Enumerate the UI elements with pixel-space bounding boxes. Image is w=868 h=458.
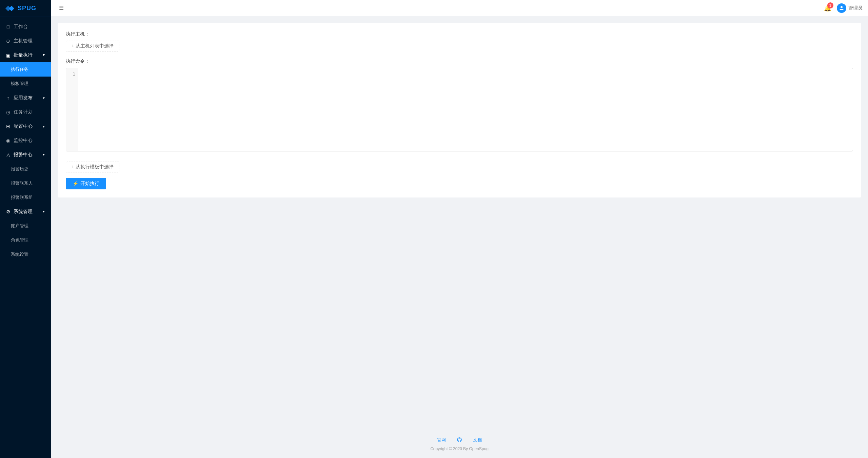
workbench-icon: □ <box>5 24 11 29</box>
sidebar-item-role-mgmt[interactable]: 角色管理 <box>0 233 51 247</box>
sidebar-item-alert-history-label: 报警历史 <box>11 166 28 172</box>
sidebar-item-alert-contact[interactable]: 报警联系人 <box>0 176 51 190</box>
command-textarea[interactable] <box>78 68 853 151</box>
sidebar-item-exec-task-label: 执行任务 <box>11 66 28 72</box>
header: ☰ 🔔 3 管理员 <box>51 0 868 16</box>
line-numbers: 1 <box>66 68 78 151</box>
sidebar-item-system-settings[interactable]: 系统设置 <box>0 247 51 262</box>
github-icon <box>457 437 462 442</box>
notification-badge: 3 <box>827 2 833 8</box>
sidebar-item-system-label: 系统管理 <box>14 209 33 215</box>
task-plan-icon: ◷ <box>5 109 11 115</box>
sidebar-item-config-center[interactable]: ⊞ 配置中心 ▼ <box>0 119 51 133</box>
sidebar: SPUG □ 工作台 ⊙ 主机管理 ▣ 批量执行 ▲ 执行任务 模板 <box>0 0 51 458</box>
sidebar-item-workbench[interactable]: □ 工作台 <box>0 20 51 34</box>
content-card: 执行主机： + 从主机列表中选择 执行命令： 1 <box>58 23 861 197</box>
host-section: 执行主机： + 从主机列表中选择 <box>66 31 853 51</box>
sidebar-item-alert-label: 报警中心 <box>14 152 33 158</box>
sidebar-item-host-mgmt[interactable]: ⊙ 主机管理 <box>0 34 51 48</box>
alert-center-arrow: ▲ <box>42 153 45 157</box>
footer-copyright: Copyright © 2020 By OpenSpug <box>51 446 868 451</box>
sidebar-item-template-mgmt[interactable]: 模板管理 <box>0 77 51 91</box>
config-center-arrow: ▼ <box>42 125 45 128</box>
sidebar-item-batch-exec[interactable]: ▣ 批量执行 ▲ <box>0 48 51 62</box>
sidebar-item-monitor-label: 监控中心 <box>14 138 33 144</box>
footer-link-github[interactable] <box>457 437 462 443</box>
sidebar-item-template-label: 模板管理 <box>11 81 28 87</box>
svg-point-0 <box>841 6 843 8</box>
main-content: 执行主机： + 从主机列表中选择 执行命令： 1 <box>51 16 868 458</box>
menu-toggle-icon[interactable]: ☰ <box>56 3 66 13</box>
sidebar-item-alert-center[interactable]: △ 报警中心 ▲ <box>0 148 51 162</box>
config-center-icon: ⊞ <box>5 124 11 129</box>
sidebar-item-settings-label: 系统设置 <box>11 251 28 257</box>
footer: 官网 文档 Copyright © 2020 By OpenSpug <box>51 427 868 458</box>
user-name: 管理员 <box>848 5 863 11</box>
sidebar-item-role-label: 角色管理 <box>11 237 28 243</box>
sidebar-item-app-deploy[interactable]: ↑ 应用发布 ▼ <box>0 91 51 105</box>
command-editor: 1 <box>66 68 853 151</box>
system-mgmt-icon: ⚙ <box>5 209 11 214</box>
execute-button-label: 开始执行 <box>80 181 99 187</box>
user-avatar <box>837 3 846 13</box>
sidebar-item-alert-contact-label: 报警联系人 <box>11 180 33 186</box>
sidebar-item-task-plan-label: 任务计划 <box>14 109 33 115</box>
host-label: 执行主机： <box>66 31 853 37</box>
app-deploy-icon: ↑ <box>5 95 11 101</box>
command-label: 执行命令： <box>66 58 853 64</box>
logo-text: SPUG <box>18 5 36 12</box>
sidebar-item-monitor-center[interactable]: ◉ 监控中心 <box>0 133 51 148</box>
alert-center-icon: △ <box>5 152 11 158</box>
batch-exec-icon: ▣ <box>5 53 11 58</box>
sidebar-item-config-label: 配置中心 <box>14 123 33 129</box>
sidebar-item-alert-history[interactable]: 报警历史 <box>0 162 51 176</box>
monitor-icon: ◉ <box>5 138 11 143</box>
execute-icon: ⚡ <box>73 181 78 186</box>
sidebar-item-workbench-label: 工作台 <box>14 24 28 30</box>
sidebar-item-app-deploy-label: 应用发布 <box>14 95 33 101</box>
sidebar-nav: □ 工作台 ⊙ 主机管理 ▣ 批量执行 ▲ 执行任务 模板管理 ↑ <box>0 17 51 458</box>
sidebar-logo: SPUG <box>0 0 51 17</box>
editor-content: 1 <box>66 68 853 151</box>
footer-links: 官网 文档 <box>51 437 868 443</box>
footer-link-official[interactable]: 官网 <box>437 437 446 443</box>
sidebar-item-alert-group-label: 报警联系组 <box>11 194 33 201</box>
right-panel: ☰ 🔔 3 管理员 执行主机： <box>51 0 868 458</box>
execute-section: ⚡ 开始执行 <box>66 172 853 189</box>
content-area: 执行主机： + 从主机列表中选择 执行命令： 1 <box>51 16 868 427</box>
notification-bell[interactable]: 🔔 3 <box>824 4 831 12</box>
sidebar-item-exec-task[interactable]: 执行任务 <box>0 62 51 77</box>
sidebar-item-host-label: 主机管理 <box>14 38 33 44</box>
line-number-1: 1 <box>73 71 75 77</box>
header-right: 🔔 3 管理员 <box>824 3 863 13</box>
host-select-button[interactable]: + 从主机列表中选择 <box>66 41 119 51</box>
user-info[interactable]: 管理员 <box>837 3 863 13</box>
sidebar-item-task-plan[interactable]: ◷ 任务计划 <box>0 105 51 119</box>
footer-link-docs[interactable]: 文档 <box>473 437 482 443</box>
sidebar-item-alert-group[interactable]: 报警联系组 <box>0 190 51 205</box>
sidebar-item-account-label: 账户管理 <box>11 223 28 229</box>
batch-exec-arrow: ▲ <box>42 54 45 57</box>
app-deploy-arrow: ▼ <box>42 96 45 100</box>
sidebar-item-batch-label: 批量执行 <box>14 52 33 58</box>
host-mgmt-icon: ⊙ <box>5 38 11 44</box>
template-select-button[interactable]: + 从执行模板中选择 <box>66 162 119 172</box>
sidebar-item-system-mgmt[interactable]: ⚙ 系统管理 ▲ <box>0 205 51 219</box>
command-section: 执行命令： 1 <box>66 58 853 151</box>
system-mgmt-arrow: ▲ <box>42 210 45 214</box>
logo-icon <box>5 5 15 12</box>
execute-button[interactable]: ⚡ 开始执行 <box>66 178 106 189</box>
sidebar-item-account-mgmt[interactable]: 账户管理 <box>0 219 51 233</box>
